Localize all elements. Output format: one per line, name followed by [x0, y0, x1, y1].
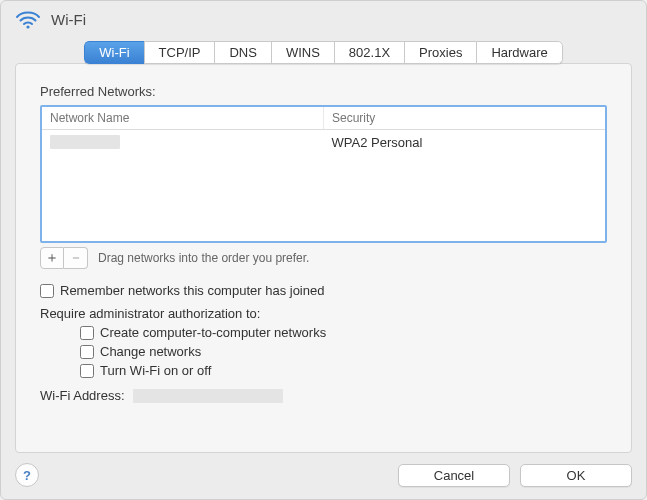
tab-proxies[interactable]: Proxies — [404, 41, 476, 64]
tab-wins[interactable]: WINS — [271, 41, 334, 64]
drag-hint: Drag networks into the order you prefer. — [98, 251, 309, 265]
remove-network-button[interactable]: － — [64, 247, 88, 269]
svg-point-0 — [26, 25, 29, 28]
redacted-wifi-address — [133, 389, 283, 403]
admin-auth-label: Require administrator authorization to: — [40, 306, 607, 321]
admin-change-row[interactable]: Change networks — [80, 344, 607, 359]
footer: ? Cancel OK — [1, 453, 646, 499]
admin-toggle-row[interactable]: Turn Wi-Fi on or off — [80, 363, 607, 378]
help-button[interactable]: ? — [15, 463, 39, 487]
cancel-button[interactable]: Cancel — [398, 464, 510, 487]
remember-networks-label: Remember networks this computer has join… — [60, 283, 324, 298]
networks-header: Network Name Security — [42, 107, 605, 130]
list-controls: ＋ － Drag networks into the order you pre… — [40, 247, 607, 269]
wifi-icon — [15, 9, 41, 29]
admin-change-checkbox[interactable] — [80, 345, 94, 359]
titlebar: Wi-Fi — [1, 1, 646, 33]
admin-create-row[interactable]: Create computer-to-computer networks — [80, 325, 607, 340]
tab-hardware[interactable]: Hardware — [476, 41, 562, 64]
remember-networks-row[interactable]: Remember networks this computer has join… — [40, 283, 607, 298]
admin-toggle-label: Turn Wi-Fi on or off — [100, 363, 211, 378]
wifi-settings-window: Wi-Fi Wi-Fi TCP/IP DNS WINS 802.1X Proxi… — [0, 0, 647, 500]
remember-networks-checkbox[interactable] — [40, 284, 54, 298]
add-network-button[interactable]: ＋ — [40, 247, 64, 269]
wifi-address-label: Wi-Fi Address: — [40, 388, 125, 403]
tabs: Wi-Fi TCP/IP DNS WINS 802.1X Proxies Har… — [84, 41, 563, 64]
wifi-panel: Preferred Networks: Network Name Securit… — [15, 63, 632, 453]
preferred-networks-list[interactable]: Network Name Security WPA2 Personal — [40, 105, 607, 243]
tab-8021x[interactable]: 802.1X — [334, 41, 404, 64]
window-title: Wi-Fi — [51, 11, 86, 28]
column-security[interactable]: Security — [324, 107, 605, 129]
admin-create-label: Create computer-to-computer networks — [100, 325, 326, 340]
admin-create-checkbox[interactable] — [80, 326, 94, 340]
tab-dns[interactable]: DNS — [214, 41, 270, 64]
wifi-address-row: Wi-Fi Address: — [40, 388, 607, 403]
column-network-name[interactable]: Network Name — [42, 107, 324, 129]
tab-tcpip[interactable]: TCP/IP — [144, 41, 215, 64]
network-row[interactable]: WPA2 Personal — [42, 130, 605, 157]
network-security-cell: WPA2 Personal — [324, 130, 606, 157]
admin-toggle-checkbox[interactable] — [80, 364, 94, 378]
tabs-row: Wi-Fi TCP/IP DNS WINS 802.1X Proxies Har… — [1, 33, 646, 64]
network-name-cell — [42, 130, 324, 157]
redacted-network-name — [50, 135, 120, 149]
tab-wifi[interactable]: Wi-Fi — [84, 41, 143, 64]
ok-button[interactable]: OK — [520, 464, 632, 487]
preferred-networks-label: Preferred Networks: — [40, 84, 607, 99]
admin-change-label: Change networks — [100, 344, 201, 359]
